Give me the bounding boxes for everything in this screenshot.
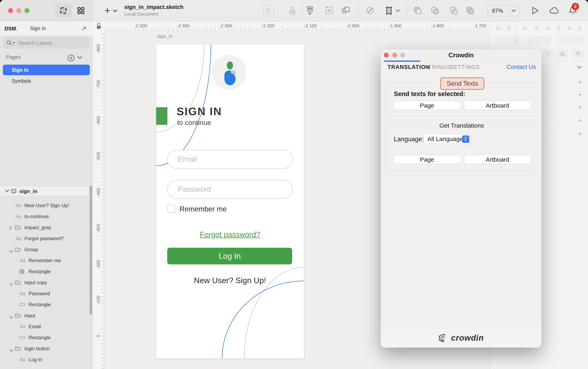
create-symbol-button[interactable]: [263, 5, 274, 16]
lock-open-icon[interactable]: [96, 22, 102, 30]
close-button[interactable]: [8, 8, 13, 13]
ungroup-button[interactable]: [340, 5, 352, 16]
layer-row[interactable]: AaLog In: [0, 354, 89, 365]
add-style-button[interactable]: +: [577, 78, 583, 86]
preview-button[interactable]: [530, 5, 541, 16]
send-artboard-button[interactable]: Artboard: [464, 101, 531, 110]
flip-vertical-button[interactable]: [572, 49, 584, 58]
remember-me-checkbox[interactable]: [167, 205, 175, 213]
add-page-button[interactable]: [67, 54, 75, 63]
forgot-password-link[interactable]: Forgot password?: [156, 230, 304, 239]
send-page-button[interactable]: Page: [394, 101, 460, 110]
tab-translation[interactable]: TRANSLATION: [388, 64, 430, 70]
y-position-field[interactable]: Y: [527, 36, 552, 44]
flip-horizontal-button[interactable]: [557, 49, 569, 58]
pages-collapse-chevron[interactable]: [77, 56, 83, 60]
chevron-down-icon[interactable]: [9, 248, 13, 254]
flip-vertical-icon: [575, 51, 580, 56]
layer-row[interactable]: Aato-continue: [0, 211, 89, 222]
layer-row[interactable]: Group: [0, 244, 89, 255]
export-button[interactable]: [287, 5, 298, 16]
get-artboard-button[interactable]: Artboard: [464, 155, 531, 164]
align-top-icon[interactable]: [556, 26, 561, 32]
align-right-icon[interactable]: [546, 26, 550, 32]
layer-row[interactable]: AaForgot password?: [0, 233, 89, 244]
sidebar-page-item[interactable]: Symbols: [3, 76, 90, 86]
distribute-vertically-icon[interactable]: [507, 26, 511, 32]
grid-view-toggle[interactable]: [75, 5, 87, 16]
align-middle-vertical-icon[interactable]: [567, 26, 572, 32]
contact-us-link[interactable]: Contact Us: [507, 64, 536, 70]
boolean-union-button[interactable]: [412, 5, 423, 16]
layer-row[interactable]: AaNew User? Sign Up!: [0, 200, 89, 211]
boolean-subtract-button[interactable]: [429, 5, 441, 16]
email-field[interactable]: Email: [167, 150, 293, 169]
search-input[interactable]: Search Layers: [3, 37, 89, 49]
sign-up-text[interactable]: New User? Sign Up!: [156, 276, 304, 285]
pages-section-header: Pages: [6, 54, 21, 60]
align-bottom-icon[interactable]: [578, 26, 582, 32]
layer-group-sign-in[interactable]: sign_in: [0, 186, 89, 196]
zoom-level-select[interactable]: 87%: [487, 5, 519, 16]
sidebar-page-item[interactable]: Sign In: [3, 65, 90, 75]
tab-settings[interactable]: SETTINGS: [450, 64, 480, 70]
layer-row[interactable]: AaEmail: [0, 321, 89, 332]
sidebar-scrollbar[interactable]: [90, 186, 92, 315]
layer-row[interactable]: Rectangle: [0, 266, 89, 277]
layer-list-toggle[interactable]: [55, 4, 72, 17]
layer-row[interactable]: Rectangle: [0, 332, 89, 343]
insert-dropdown-chevron[interactable]: [111, 5, 119, 16]
layer-row[interactable]: login button: [0, 343, 89, 354]
section-collapse-chevron[interactable]: [577, 66, 582, 70]
crowdin-window[interactable]: Crowdin TRANSLATION STRINGS SETTINGS Con…: [381, 49, 541, 348]
get-page-button[interactable]: Page: [394, 155, 460, 164]
popout-arrow-icon[interactable]: ↗: [81, 25, 86, 32]
rotate-button[interactable]: [364, 5, 376, 16]
layer-row[interactable]: input: [0, 310, 89, 321]
artboard-heading[interactable]: SIGN IN: [177, 105, 222, 118]
align-left-icon[interactable]: [523, 26, 527, 32]
minimize-button[interactable]: [16, 8, 21, 13]
layer-label: Password: [29, 291, 50, 296]
add-blur-button[interactable]: +: [577, 130, 583, 138]
boolean-difference-button[interactable]: [464, 5, 476, 16]
insert-layer-button[interactable]: [304, 5, 316, 16]
tab-sign-in[interactable]: Sign In: [30, 25, 46, 31]
language-select[interactable]: All Languages: [423, 134, 470, 144]
chevron-down-icon[interactable]: [9, 281, 13, 287]
rotation-field[interactable]: °: [558, 36, 584, 44]
tab-strings[interactable]: STRINGS: [424, 64, 451, 70]
chevron-down-icon[interactable]: [9, 347, 13, 353]
edit-shape-button[interactable]: [383, 5, 395, 16]
align-center-horizontal-icon[interactable]: [534, 26, 539, 32]
tab-dsm[interactable]: DSM.: [0, 21, 22, 36]
artboard-sign-in[interactable]: SIGN IN to continue Email Password Remem…: [156, 44, 304, 359]
layer-row[interactable]: AaRemember me: [0, 255, 89, 266]
artboard-subheading[interactable]: to continue: [177, 119, 211, 127]
layer-row[interactable]: input copy: [0, 277, 89, 288]
more-options-icon[interactable]: [515, 26, 517, 32]
edit-shape-chevron[interactable]: [394, 5, 402, 16]
add-border-button[interactable]: +: [577, 103, 583, 111]
logo-blue-drop[interactable]: [224, 73, 236, 85]
distribute-horizontally-icon[interactable]: [496, 26, 501, 32]
add-shadow-button[interactable]: +: [577, 116, 583, 124]
layer-row[interactable]: impact_gray: [0, 222, 89, 233]
log-in-button[interactable]: Log In: [167, 248, 292, 264]
layer-label: login button: [24, 346, 50, 351]
password-field[interactable]: Password: [167, 180, 293, 199]
x-position-field[interactable]: X: [495, 36, 520, 44]
layer-row[interactable]: Rectangle: [0, 299, 89, 310]
add-fill-button[interactable]: +: [577, 90, 583, 99]
chevron-right-icon[interactable]: [9, 226, 12, 231]
ruler-label: -2 500: [135, 23, 147, 29]
chevron-down-icon[interactable]: [9, 314, 13, 320]
green-accent-rectangle[interactable]: [156, 107, 168, 125]
cloud-sync-button[interactable]: [549, 5, 560, 16]
layer-row[interactable]: AaPassword: [0, 288, 89, 299]
boolean-intersect-button[interactable]: [448, 5, 459, 16]
artboard-title-label[interactable]: sign_in: [157, 33, 173, 39]
group-button[interactable]: [323, 5, 335, 16]
logo-green-dot[interactable]: [227, 61, 233, 70]
zoom-button[interactable]: [24, 8, 29, 13]
